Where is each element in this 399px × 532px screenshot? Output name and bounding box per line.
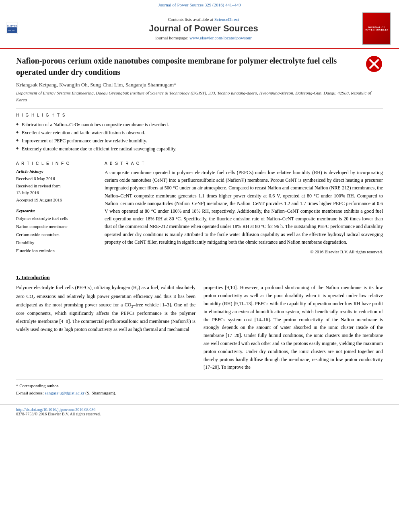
- email-label: E-mail address:: [16, 390, 44, 395]
- doi-link[interactable]: http://dx.doi.org/10.1016/j.jpowsour.201…: [16, 407, 95, 412]
- received-date: Received 6 May 2016: [16, 175, 97, 183]
- highlight-item-2: Excellent water retention and facile wat…: [16, 129, 383, 137]
- footnote-section: * Corresponding author. E-mail address: …: [16, 380, 383, 396]
- abstract-col: A B S T R A C T A composite membrane ope…: [105, 161, 383, 259]
- accepted-date: Accepted 19 August 2016: [16, 197, 97, 204]
- abstract-label: A B S T R A C T: [105, 161, 383, 166]
- highlight-item-3: Improvement of PEFC performance under lo…: [16, 137, 383, 145]
- contents-available-label: Contents lists available at: [168, 17, 213, 22]
- divider-1: [16, 109, 383, 109]
- article-info-label: A R T I C L E I N F O: [16, 161, 97, 166]
- contents-available-text: Contents lists available at ScienceDirec…: [51, 17, 356, 22]
- sciencedirect-text: ScienceDirect: [214, 17, 239, 22]
- keywords-title: Keywords:: [16, 208, 97, 213]
- history-title: Article history:: [16, 169, 97, 174]
- journal-header: ELSEVIER ELS EVI ELSEVIER Contents lists…: [0, 9, 399, 49]
- abstract-text: A composite membrane operated in polymer…: [105, 169, 383, 246]
- journal-thumbnail: JOURNAL OF POWER SOURCES: [362, 12, 391, 45]
- keywords-section: Keywords: Polymer electrolyte fuel cells…: [16, 208, 97, 255]
- corresponding-author: * Corresponding author.: [16, 382, 383, 390]
- article-title: Nafion-porous cerium oxide nanotubes com…: [16, 55, 383, 78]
- received-revised-label: Received in revised form: [16, 183, 97, 190]
- revised-date: 13 July 2016: [16, 189, 97, 197]
- intro-two-col: Polymer electrolyte fuel cells (PEFCs), …: [16, 284, 383, 372]
- svg-text:ELSEVIER: ELSEVIER: [7, 25, 18, 27]
- keyword-3: Cerium oxide nanotubes: [16, 231, 97, 239]
- affiliation: Department of Energy Systems Engineering…: [16, 90, 383, 103]
- crossmark-logo[interactable]: [365, 55, 383, 73]
- article-info-col: A R T I C L E I N F O Article history: R…: [16, 161, 97, 259]
- highlight-item-1: Fabrication of a Nafion–CeO₂ nanotubes c…: [16, 121, 383, 129]
- homepage-link[interactable]: www.elsevier.com/locate/jpowsour: [189, 35, 251, 40]
- homepage-label: journal homepage:: [155, 35, 188, 40]
- homepage-url: www.elsevier.com/locate/jpowsour: [189, 35, 251, 40]
- elsevier-logo-area: ELSEVIER ELS EVI ELSEVIER: [6, 12, 47, 45]
- intro-col-left: Polymer electrolyte fuel cells (PEFCs), …: [16, 284, 195, 372]
- issn-text: 0378-7753/© 2016 Elsevier B.V. All right…: [16, 412, 101, 416]
- highlights-section: H I G H L I G H T S Fabrication of a Naf…: [16, 113, 383, 153]
- journal-title-area: Contents lists available at ScienceDirec…: [51, 12, 356, 45]
- introduction-section: 1. Introduction Polymer electrolyte fuel…: [16, 274, 383, 372]
- highlight-item-4: Extremely durable membrane due to effici…: [16, 145, 383, 153]
- copyright: © 2016 Elsevier B.V. All rights reserved…: [105, 249, 383, 254]
- keyword-1: Polymer electrolyte fuel cells: [16, 215, 97, 223]
- journal-thumbnail-area: JOURNAL OF POWER SOURCES: [360, 12, 393, 45]
- journal-citation: Journal of Power Sources 329 (2016) 441–…: [0, 0, 399, 9]
- main-content: Nafion-porous cerium oxide nanotubes com…: [0, 49, 399, 403]
- divider-3: [16, 266, 383, 266]
- intro-heading: 1. Introduction: [16, 274, 383, 281]
- email-person: (S. Shanmugam).: [85, 390, 116, 395]
- doi-text: http://dx.doi.org/10.1016/j.jpowsour.201…: [16, 407, 95, 412]
- highlights-list: Fabrication of a Nafion–CeO₂ nanotubes c…: [16, 121, 383, 153]
- article-history: Article history: Received 6 May 2016 Rec…: [16, 169, 97, 203]
- intro-text-right: properties [9,10]. However, a profound s…: [204, 284, 383, 372]
- authors: Kriangsak Ketpang, Kwangjin Oh, Sung-Chu…: [16, 82, 383, 88]
- email-address: sangaraju@dgist.ac.kr: [45, 390, 84, 395]
- keyword-4: Durability: [16, 239, 97, 247]
- keyword-2: Nafion composite membrane: [16, 223, 97, 231]
- svg-text:ELS: ELS: [8, 29, 11, 31]
- journal-citation-text: Journal of Power Sources 329 (2016) 441–…: [158, 2, 241, 7]
- intro-text-left: Polymer electrolyte fuel cells (PEFCs), …: [16, 284, 195, 333]
- intro-col-right: properties [9,10]. However, a profound s…: [204, 284, 383, 372]
- journal-homepage: journal homepage: www.elsevier.com/locat…: [51, 35, 356, 40]
- svg-text:ELSEVIER: ELSEVIER: [7, 32, 14, 33]
- journal-title: Journal of Power Sources: [51, 23, 356, 34]
- elsevier-logo: ELSEVIER ELS EVI ELSEVIER: [6, 23, 43, 35]
- email-line: E-mail address: sangaraju@dgist.ac.kr (S…: [16, 390, 383, 397]
- email-link[interactable]: sangaraju@dgist.ac.kr: [45, 390, 85, 395]
- keyword-5: Fluoride ion emission: [16, 247, 97, 255]
- thumb-title: JOURNAL OF POWER SOURCES: [364, 26, 389, 31]
- divider-2: [16, 157, 383, 157]
- highlights-label: H I G H L I G H T S: [16, 113, 383, 117]
- article-info-abstract: A R T I C L E I N F O Article history: R…: [16, 161, 383, 259]
- footer-bar: http://dx.doi.org/10.1016/j.jpowsour.201…: [0, 405, 399, 419]
- sciencedirect-link[interactable]: ScienceDirect: [214, 17, 239, 22]
- svg-text:EVI: EVI: [12, 29, 15, 31]
- authors-text: Kriangsak Ketpang, Kwangjin Oh, Sung-Chu…: [16, 82, 177, 88]
